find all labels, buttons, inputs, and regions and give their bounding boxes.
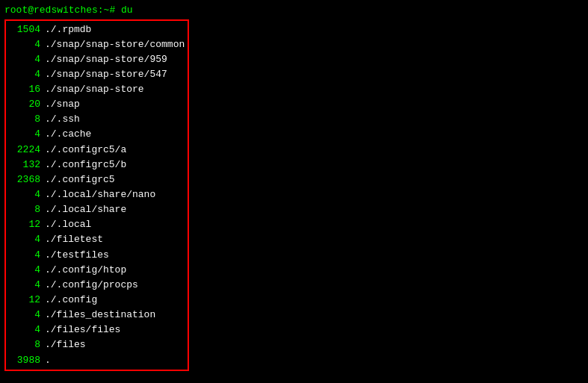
table-row: 8./files <box>9 337 185 352</box>
du-path: ./.config/htop <box>45 263 126 278</box>
table-row: 4./.config/htop <box>9 263 185 278</box>
table-row: 2368./.configrc5 <box>9 172 185 187</box>
du-size: 4 <box>9 187 45 202</box>
du-path: ./.configrc5/a <box>45 143 126 158</box>
table-row: 12./.config <box>9 293 185 308</box>
du-size: 4 <box>9 248 45 263</box>
du-size: 8 <box>9 112 45 127</box>
du-size: 1504 <box>9 22 45 37</box>
du-path: ./.cache <box>45 127 91 142</box>
table-row: 4./snap/snap-store/959 <box>9 52 185 67</box>
du-path: ./.config/procps <box>45 278 138 293</box>
du-size: 2224 <box>9 143 45 158</box>
du-path: ./.rpmdb <box>45 22 91 37</box>
table-row: 4./snap/snap-store/common <box>9 37 185 52</box>
table-row: 8./.ssh <box>9 112 185 127</box>
du-path: ./filetest <box>45 232 103 247</box>
du-size: 4 <box>9 52 45 67</box>
du-path: ./files_destination <box>45 308 155 323</box>
output-container: 1504./.rpmdb4./snap/snap-store/common4./… <box>4 19 584 371</box>
table-row: 4./testfiles <box>9 248 185 263</box>
du-size: 4 <box>9 278 45 293</box>
du-path: ./testfiles <box>45 248 109 263</box>
table-row: 2224./.configrc5/a <box>9 143 185 158</box>
du-size: 4 <box>9 232 45 247</box>
table-row: 4./.config/procps <box>9 278 185 293</box>
table-row: 4./.local/share/nano <box>9 187 185 202</box>
du-path: ./.ssh <box>45 112 80 127</box>
du-size: 132 <box>9 158 45 172</box>
bottom-prompt: root@redswitches:~# <box>4 373 584 383</box>
du-path: ./.configrc5 <box>45 172 115 187</box>
terminal-window: root@redswitches:~# du 1504./.rpmdb4./sn… <box>0 0 588 383</box>
table-row: 4./snap/snap-store/547 <box>9 67 185 82</box>
du-size: 8 <box>9 337 45 352</box>
du-size: 4 <box>9 308 45 323</box>
table-row: 12./.local <box>9 217 185 232</box>
du-path: ./.local/share/nano <box>45 187 155 202</box>
du-path: ./.configrc5/b <box>45 158 126 172</box>
top-prompt: root@redswitches:~# du <box>4 3 584 18</box>
du-path: ./.local/share <box>45 202 126 217</box>
du-path: ./.config <box>45 293 97 308</box>
du-size: 12 <box>9 217 45 232</box>
table-row: 132./.configrc5/b <box>9 158 185 172</box>
du-path: . <box>45 353 51 368</box>
du-path: ./snap <box>45 97 80 112</box>
table-row: 4./.cache <box>9 127 185 142</box>
du-size: 2368 <box>9 172 45 187</box>
table-row: 3988. <box>9 353 185 368</box>
du-path: ./.local <box>45 217 91 232</box>
du-size: 4 <box>9 323 45 337</box>
du-size: 4 <box>9 37 45 52</box>
du-path: ./snap/snap-store/959 <box>45 52 167 67</box>
table-row: 16./snap/snap-store <box>9 82 185 97</box>
du-size: 12 <box>9 293 45 308</box>
du-path: ./snap/snap-store/common <box>45 37 185 52</box>
du-size: 4 <box>9 127 45 142</box>
du-size: 8 <box>9 202 45 217</box>
table-row: 4./filetest <box>9 232 185 247</box>
du-path: ./files <box>45 337 86 352</box>
du-size: 4 <box>9 263 45 278</box>
table-row: 8./.local/share <box>9 202 185 217</box>
du-size: 3988 <box>9 353 45 368</box>
du-path: ./files/files <box>45 323 120 337</box>
du-output: 1504./.rpmdb4./snap/snap-store/common4./… <box>9 22 185 368</box>
du-output-box: 1504./.rpmdb4./snap/snap-store/common4./… <box>4 19 189 371</box>
table-row: 4./files/files <box>9 323 185 337</box>
du-path: ./snap/snap-store/547 <box>45 67 167 82</box>
table-row: 1504./.rpmdb <box>9 22 185 37</box>
du-path: ./snap/snap-store <box>45 82 144 97</box>
du-size: 4 <box>9 67 45 82</box>
table-row: 20./snap <box>9 97 185 112</box>
du-size: 16 <box>9 82 45 97</box>
du-size: 20 <box>9 97 45 112</box>
table-row: 4./files_destination <box>9 308 185 323</box>
